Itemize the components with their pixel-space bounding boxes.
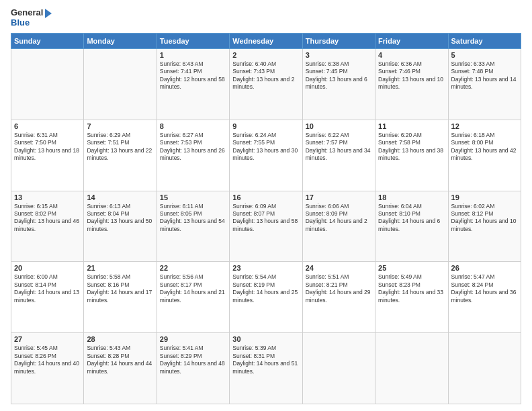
calendar-cell: 7Sunrise: 6:29 AM Sunset: 7:51 PM Daylig… [84,120,157,191]
day-number: 29 [160,335,226,343]
calendar-cell: 1Sunrise: 6:43 AM Sunset: 7:41 PM Daylig… [157,48,229,120]
calendar-cell: 19Sunrise: 6:02 AM Sunset: 8:12 PM Dayli… [448,191,521,262]
day-info: Sunrise: 5:45 AM Sunset: 8:26 PM Dayligh… [14,345,81,375]
day-number: 24 [306,264,372,272]
calendar-cell [302,333,375,404]
day-number: 30 [232,335,299,343]
calendar-week-row: 27Sunrise: 5:45 AM Sunset: 8:26 PM Dayli… [11,333,521,404]
day-number: 18 [378,193,445,201]
day-number: 13 [14,193,81,201]
calendar-cell: 29Sunrise: 5:41 AM Sunset: 8:29 PM Dayli… [157,333,229,404]
calendar-cell: 14Sunrise: 6:13 AM Sunset: 8:04 PM Dayli… [84,191,157,262]
calendar-cell: 28Sunrise: 5:43 AM Sunset: 8:28 PM Dayli… [84,333,157,404]
calendar-cell: 26Sunrise: 5:47 AM Sunset: 8:24 PM Dayli… [448,262,521,333]
calendar-cell: 21Sunrise: 5:58 AM Sunset: 8:16 PM Dayli… [84,262,157,333]
day-info: Sunrise: 6:11 AM Sunset: 8:05 PM Dayligh… [160,203,226,234]
day-info: Sunrise: 5:49 AM Sunset: 8:23 PM Dayligh… [378,273,445,304]
day-number: 19 [451,193,518,201]
calendar-cell: 3Sunrise: 6:38 AM Sunset: 7:45 PM Daylig… [302,48,375,120]
calendar-cell [84,48,157,120]
calendar-cell: 5Sunrise: 6:33 AM Sunset: 7:48 PM Daylig… [448,48,521,120]
day-number: 10 [306,122,372,130]
day-number: 26 [451,264,518,272]
day-number: 27 [14,335,81,343]
day-of-week-header: Tuesday [157,33,229,48]
calendar-week-row: 20Sunrise: 6:00 AM Sunset: 8:14 PM Dayli… [11,262,521,333]
day-number: 16 [232,193,299,201]
day-info: Sunrise: 6:40 AM Sunset: 7:43 PM Dayligh… [232,60,299,91]
day-number: 4 [378,51,445,59]
calendar-cell: 25Sunrise: 5:49 AM Sunset: 8:23 PM Dayli… [375,262,448,333]
day-number: 11 [378,122,445,130]
calendar-cell: 24Sunrise: 5:51 AM Sunset: 8:21 PM Dayli… [302,262,375,333]
calendar-header-row: SundayMondayTuesdayWednesdayThursdayFrid… [11,33,521,48]
day-number: 23 [232,264,299,272]
day-info: Sunrise: 6:04 AM Sunset: 8:10 PM Dayligh… [378,203,445,234]
day-of-week-header: Thursday [302,33,375,48]
day-number: 6 [14,122,81,130]
day-number: 15 [160,193,226,201]
calendar-cell: 18Sunrise: 6:04 AM Sunset: 8:10 PM Dayli… [375,191,448,262]
calendar-cell: 11Sunrise: 6:20 AM Sunset: 7:58 PM Dayli… [375,120,448,191]
calendar-week-row: 1Sunrise: 6:43 AM Sunset: 7:41 PM Daylig… [11,48,521,120]
day-info: Sunrise: 6:24 AM Sunset: 7:55 PM Dayligh… [232,132,299,163]
day-number: 25 [378,264,445,272]
day-number: 1 [160,51,226,59]
day-info: Sunrise: 6:20 AM Sunset: 7:58 PM Dayligh… [378,132,445,163]
day-number: 14 [87,193,153,201]
calendar-cell: 27Sunrise: 5:45 AM Sunset: 8:26 PM Dayli… [11,333,84,404]
day-info: Sunrise: 5:39 AM Sunset: 8:31 PM Dayligh… [232,345,299,375]
day-info: Sunrise: 5:51 AM Sunset: 8:21 PM Dayligh… [306,273,372,304]
day-info: Sunrise: 6:27 AM Sunset: 7:53 PM Dayligh… [160,132,226,163]
day-info: Sunrise: 5:54 AM Sunset: 8:19 PM Dayligh… [232,273,299,304]
day-info: Sunrise: 6:33 AM Sunset: 7:48 PM Dayligh… [451,60,518,91]
logo-general: General [11,8,52,18]
day-info: Sunrise: 6:02 AM Sunset: 8:12 PM Dayligh… [451,203,518,234]
day-of-week-header: Monday [84,33,157,48]
day-info: Sunrise: 6:00 AM Sunset: 8:14 PM Dayligh… [14,273,81,304]
day-number: 2 [232,51,299,59]
day-number: 8 [160,122,226,130]
day-info: Sunrise: 6:36 AM Sunset: 7:46 PM Dayligh… [378,60,445,91]
day-info: Sunrise: 5:43 AM Sunset: 8:28 PM Dayligh… [87,345,153,375]
calendar-cell: 20Sunrise: 6:00 AM Sunset: 8:14 PM Dayli… [11,262,84,333]
day-number: 9 [232,122,299,130]
page: General Blue SundayMondayTuesdayWednesda… [0,0,532,411]
calendar-cell: 10Sunrise: 6:22 AM Sunset: 7:57 PM Dayli… [302,120,375,191]
header: General Blue [11,8,521,28]
calendar-week-row: 13Sunrise: 6:15 AM Sunset: 8:02 PM Dayli… [11,191,521,262]
calendar-cell: 2Sunrise: 6:40 AM Sunset: 7:43 PM Daylig… [230,48,302,120]
calendar-cell: 9Sunrise: 6:24 AM Sunset: 7:55 PM Daylig… [230,120,302,191]
calendar-cell [448,333,521,404]
calendar-cell: 6Sunrise: 6:31 AM Sunset: 7:50 PM Daylig… [11,120,84,191]
day-number: 28 [87,335,153,343]
day-info: Sunrise: 5:41 AM Sunset: 8:29 PM Dayligh… [160,345,226,375]
logo: General Blue [11,8,52,28]
calendar-cell: 23Sunrise: 5:54 AM Sunset: 8:19 PM Dayli… [230,262,302,333]
calendar-table: SundayMondayTuesdayWednesdayThursdayFrid… [11,33,521,404]
day-number: 22 [160,264,226,272]
calendar-cell: 16Sunrise: 6:09 AM Sunset: 8:07 PM Dayli… [230,191,302,262]
day-info: Sunrise: 6:06 AM Sunset: 8:09 PM Dayligh… [306,203,372,234]
calendar-cell: 4Sunrise: 6:36 AM Sunset: 7:46 PM Daylig… [375,48,448,120]
day-info: Sunrise: 6:13 AM Sunset: 8:04 PM Dayligh… [87,203,153,234]
calendar-cell: 30Sunrise: 5:39 AM Sunset: 8:31 PM Dayli… [230,333,302,404]
calendar-cell: 17Sunrise: 6:06 AM Sunset: 8:09 PM Dayli… [302,191,375,262]
day-info: Sunrise: 6:43 AM Sunset: 7:41 PM Dayligh… [160,60,226,91]
calendar-cell: 22Sunrise: 5:56 AM Sunset: 8:17 PM Dayli… [157,262,229,333]
day-info: Sunrise: 6:18 AM Sunset: 8:00 PM Dayligh… [451,132,518,163]
calendar-cell: 13Sunrise: 6:15 AM Sunset: 8:02 PM Dayli… [11,191,84,262]
logo-text-block: General Blue [11,8,52,28]
day-number: 21 [87,264,153,272]
calendar-cell: 8Sunrise: 6:27 AM Sunset: 7:53 PM Daylig… [157,120,229,191]
day-info: Sunrise: 5:56 AM Sunset: 8:17 PM Dayligh… [160,273,226,304]
day-number: 20 [14,264,81,272]
calendar-week-row: 6Sunrise: 6:31 AM Sunset: 7:50 PM Daylig… [11,120,521,191]
calendar-cell [375,333,448,404]
day-of-week-header: Friday [375,33,448,48]
calendar-cell: 15Sunrise: 6:11 AM Sunset: 8:05 PM Dayli… [157,191,229,262]
day-of-week-header: Wednesday [230,33,302,48]
day-number: 3 [306,51,372,59]
day-number: 5 [451,51,518,59]
day-number: 12 [451,122,518,130]
